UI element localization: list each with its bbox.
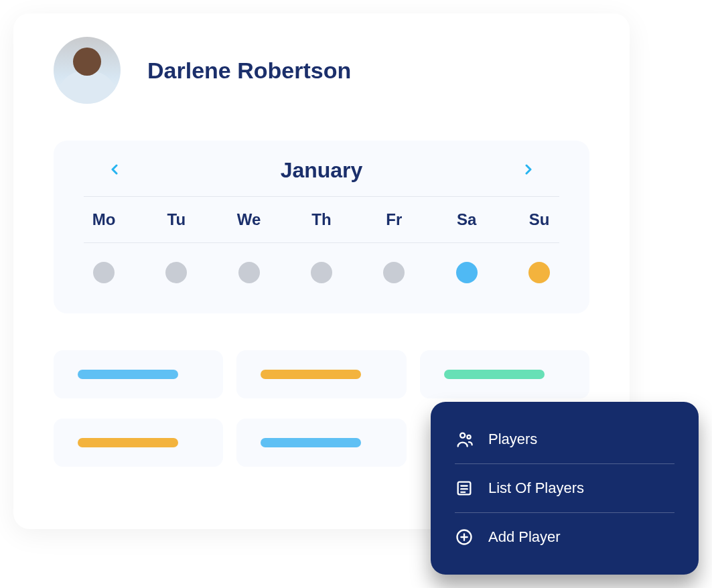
day-marker[interactable] — [383, 262, 405, 283]
players-icon — [455, 430, 474, 449]
plus-circle-icon — [455, 528, 474, 546]
menu-item-players[interactable]: Players — [455, 415, 674, 464]
event-card[interactable] — [54, 419, 223, 467]
context-menu: Players List Of Players Add Player — [431, 402, 699, 575]
day-marker[interactable] — [528, 262, 550, 283]
profile-name: Darlene Robertson — [147, 58, 351, 84]
weekday-label: Fr — [374, 210, 414, 229]
event-bar — [78, 438, 178, 447]
weekday-label: We — [229, 210, 269, 229]
event-card[interactable] — [54, 350, 223, 398]
menu-item-label: List Of Players — [488, 480, 584, 497]
weekday-label: Su — [519, 210, 559, 229]
event-bar — [78, 370, 178, 379]
day-marker-row — [84, 243, 559, 283]
profile-row: Darlene Robertson — [54, 37, 589, 104]
event-bar — [261, 370, 361, 379]
event-bar — [261, 438, 361, 447]
month-label: January — [281, 158, 363, 183]
event-bar — [444, 370, 545, 379]
weekday-label: Mo — [84, 210, 124, 229]
avatar[interactable] — [54, 37, 121, 104]
weekday-label: Sa — [447, 210, 487, 229]
event-card[interactable] — [420, 350, 589, 398]
menu-item-list[interactable]: List Of Players — [455, 464, 674, 513]
day-marker[interactable] — [93, 262, 115, 283]
day-marker[interactable] — [238, 262, 260, 283]
menu-item-label: Players — [488, 431, 537, 448]
menu-item-add[interactable]: Add Player — [455, 513, 674, 561]
list-icon — [455, 479, 474, 498]
svg-point-0 — [460, 433, 465, 438]
menu-item-label: Add Player — [488, 528, 561, 546]
event-card[interactable] — [236, 350, 406, 398]
chevron-left-icon — [111, 164, 119, 175]
day-marker[interactable] — [456, 262, 478, 283]
event-card[interactable] — [236, 419, 406, 467]
svg-point-1 — [467, 435, 470, 439]
weekday-label: Tu — [156, 210, 196, 229]
prev-month-button[interactable] — [104, 159, 125, 182]
chevron-right-icon — [524, 164, 532, 175]
next-month-button[interactable] — [518, 159, 539, 182]
calendar-header: January — [84, 158, 559, 196]
calendar-panel: January Mo Tu We Th Fr Sa Su — [54, 141, 589, 313]
weekday-row: Mo Tu We Th Fr Sa Su — [84, 197, 559, 242]
day-marker[interactable] — [165, 262, 187, 283]
day-marker[interactable] — [311, 262, 332, 283]
weekday-label: Th — [301, 210, 342, 229]
